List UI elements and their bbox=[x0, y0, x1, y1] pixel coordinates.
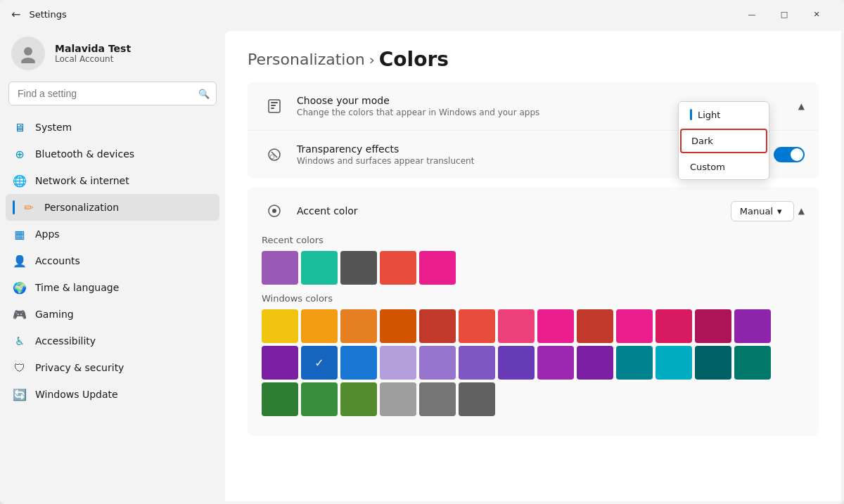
windows-colors-label: Windows colors bbox=[262, 293, 805, 304]
windows-color-swatch-1-4[interactable] bbox=[734, 309, 771, 343]
mode-option-custom[interactable]: Custom bbox=[679, 155, 769, 179]
sidebar-item-network[interactable]: 🌐Network & internet bbox=[6, 167, 219, 194]
windows-color-swatch-0-3[interactable] bbox=[380, 309, 416, 343]
windows-color-swatch-1-3[interactable] bbox=[695, 309, 731, 343]
svg-point-1 bbox=[21, 58, 35, 63]
choose-mode-control: Light Dark Custom ▲ bbox=[798, 101, 805, 111]
light-indicator bbox=[690, 109, 692, 120]
sidebar-label-bluetooth: Bluetooth & devices bbox=[35, 148, 134, 160]
windows-color-swatch-2-0[interactable] bbox=[380, 346, 416, 380]
windows-color-swatch-1-7[interactable] bbox=[340, 346, 377, 380]
windows-color-swatch-0-6[interactable] bbox=[498, 309, 535, 343]
account-type: Local Account bbox=[55, 54, 131, 64]
windows-color-swatch-1-1[interactable] bbox=[616, 309, 653, 343]
sidebar-item-gaming[interactable]: 🎮Gaming bbox=[6, 301, 219, 328]
sidebar: Malavida Test Local Account 🔍 🖥System⊕Bl… bbox=[0, 28, 225, 504]
windows-color-swatch-0-4[interactable] bbox=[419, 309, 456, 343]
titlebar: ← Settings — □ ✕ bbox=[0, 0, 844, 28]
windows-color-swatch-3-7[interactable] bbox=[459, 382, 495, 416]
sidebar-item-update[interactable]: 🔄Windows Update bbox=[6, 381, 219, 408]
accent-header: Accent color Manual ▾ ▲ bbox=[262, 198, 805, 224]
windows-color-swatch-2-3[interactable] bbox=[498, 346, 535, 380]
mode-option-light[interactable]: Light bbox=[679, 102, 769, 127]
choose-mode-row: Choose your mode Change the colors that … bbox=[248, 82, 819, 131]
windows-color-swatch-1-0[interactable] bbox=[577, 309, 613, 343]
sidebar-item-privacy[interactable]: 🛡Privacy & security bbox=[6, 354, 219, 381]
accent-dropdown-label: Manual bbox=[740, 206, 773, 217]
windows-color-swatch-1-2[interactable] bbox=[656, 309, 692, 343]
sidebar-item-accessibility[interactable]: ♿Accessibility bbox=[6, 328, 219, 354]
accent-dropdown[interactable]: Manual ▾ bbox=[731, 201, 794, 221]
network-nav-icon: 🌐 bbox=[13, 174, 27, 188]
windows-color-swatch-3-1[interactable] bbox=[734, 346, 771, 380]
windows-color-swatch-3-3[interactable] bbox=[301, 382, 338, 416]
sidebar-label-privacy: Privacy & security bbox=[35, 362, 124, 373]
windows-color-swatch-3-4[interactable] bbox=[340, 382, 377, 416]
privacy-nav-icon: 🛡 bbox=[13, 361, 27, 375]
settings-window: ← Settings — □ ✕ Malavida Test Loca bbox=[0, 0, 844, 504]
windows-color-swatch-3-5[interactable] bbox=[380, 382, 416, 416]
sidebar-item-apps[interactable]: ▦Apps bbox=[6, 221, 219, 247]
sidebar-label-update: Windows Update bbox=[35, 389, 118, 400]
recent-color-swatch-3[interactable] bbox=[380, 251, 416, 285]
maximize-button[interactable]: □ bbox=[768, 3, 800, 25]
dark-option-label: Dark bbox=[691, 136, 713, 146]
sidebar-item-system[interactable]: 🖥System bbox=[6, 114, 219, 141]
mode-dropdown-menu: Light Dark Custom bbox=[678, 101, 769, 180]
windows-color-swatch-0-0[interactable] bbox=[262, 309, 298, 343]
breadcrumb-parent: Personalization bbox=[248, 51, 365, 68]
recent-color-swatch-0[interactable] bbox=[262, 251, 298, 285]
sidebar-label-gaming: Gaming bbox=[35, 309, 74, 320]
bluetooth-nav-icon: ⊕ bbox=[13, 147, 27, 161]
windows-color-swatch-2-6[interactable] bbox=[616, 346, 653, 380]
back-icon[interactable]: ← bbox=[11, 8, 20, 21]
accent-dropdown-chevron: ▾ bbox=[777, 206, 782, 217]
windows-color-swatch-0-7[interactable] bbox=[537, 309, 574, 343]
accounts-nav-icon: 👤 bbox=[13, 254, 27, 268]
sidebar-item-personalization[interactable]: ✏Personalization bbox=[6, 194, 219, 221]
apps-nav-icon: ▦ bbox=[13, 227, 27, 241]
search-input[interactable] bbox=[8, 82, 217, 105]
svg-rect-3 bbox=[271, 102, 278, 103]
accent-control: Manual ▾ ▲ bbox=[731, 201, 805, 221]
minimize-button[interactable]: — bbox=[736, 3, 768, 25]
sidebar-label-apps: Apps bbox=[35, 228, 60, 240]
transparency-toggle[interactable] bbox=[774, 147, 805, 162]
svg-rect-5 bbox=[271, 108, 274, 109]
mode-option-dark[interactable]: Dark bbox=[680, 129, 767, 153]
windows-color-swatch-0-1[interactable] bbox=[301, 309, 338, 343]
recent-color-grid bbox=[262, 251, 805, 285]
windows-color-swatch-2-1[interactable] bbox=[419, 346, 456, 380]
windows-color-swatch-1-5[interactable] bbox=[262, 346, 298, 380]
windows-color-swatch-3-2[interactable] bbox=[262, 382, 298, 416]
sidebar-label-accounts: Accounts bbox=[35, 255, 80, 266]
windows-color-swatch-3-0[interactable] bbox=[695, 346, 731, 380]
search-icon: 🔍 bbox=[198, 89, 210, 99]
sidebar-item-bluetooth[interactable]: ⊕Bluetooth & devices bbox=[6, 141, 219, 167]
windows-color-swatch-0-5[interactable] bbox=[459, 309, 495, 343]
close-button[interactable]: ✕ bbox=[800, 3, 833, 25]
recent-color-swatch-1[interactable] bbox=[301, 251, 338, 285]
svg-point-7 bbox=[270, 155, 274, 159]
sidebar-label-system: System bbox=[35, 122, 72, 133]
update-nav-icon: 🔄 bbox=[13, 387, 27, 401]
windows-color-swatch-2-5[interactable] bbox=[577, 346, 613, 380]
mode-chevron-up-icon: ▲ bbox=[798, 101, 805, 111]
windows-color-swatch-2-4[interactable] bbox=[537, 346, 574, 380]
windows-color-swatch-2-7[interactable] bbox=[656, 346, 692, 380]
windows-color-swatch-3-6[interactable] bbox=[419, 382, 456, 416]
window-title: Settings bbox=[29, 9, 66, 20]
time-nav-icon: 🌍 bbox=[13, 280, 27, 295]
page-title: Colors bbox=[379, 48, 449, 71]
nav-list: 🖥System⊕Bluetooth & devices🌐Network & in… bbox=[6, 114, 219, 408]
transparency-control bbox=[774, 147, 805, 162]
sidebar-item-time[interactable]: 🌍Time & language bbox=[6, 274, 219, 301]
accent-icon bbox=[262, 198, 287, 224]
windows-color-swatch-2-2[interactable] bbox=[459, 346, 495, 380]
recent-color-swatch-4[interactable] bbox=[419, 251, 456, 285]
sidebar-item-accounts[interactable]: 👤Accounts bbox=[6, 247, 219, 274]
recent-color-swatch-2[interactable] bbox=[340, 251, 377, 285]
windows-color-swatch-0-2[interactable] bbox=[340, 309, 377, 343]
accent-title: Accent color bbox=[297, 205, 731, 217]
windows-color-swatch-1-6[interactable] bbox=[301, 346, 338, 380]
